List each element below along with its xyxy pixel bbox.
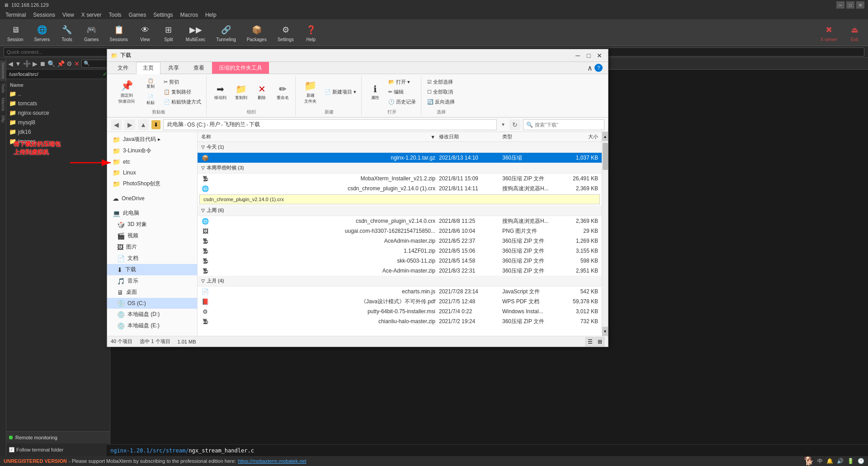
file-row-csdn1[interactable]: 🌐 csdn_chrome_plugin_v2.14.0 (1).crx 202… (198, 184, 602, 193)
toolbar-view[interactable]: 👁 View (135, 22, 155, 44)
nav-docs[interactable]: 📄 文档 (107, 253, 197, 264)
new-folder-button[interactable]: 📁 新建文件夹 (299, 78, 321, 107)
nav-photoshop[interactable]: 📁 PhotoShop创意 (107, 178, 197, 189)
refresh-button[interactable]: ↻ (509, 119, 520, 130)
menu-games[interactable]: Games (125, 11, 150, 19)
ribbon-tab-file[interactable]: 文件 (111, 62, 135, 74)
ribbon-tab-view[interactable]: 查看 (187, 62, 211, 74)
ribbon-tab-share[interactable]: 共享 (161, 62, 186, 74)
nav-etc[interactable]: 📁 etc (107, 156, 197, 167)
move-to-button[interactable]: ➡ 移动到 (210, 81, 230, 103)
ribbon-expand-icon[interactable]: ∧ (587, 64, 593, 72)
explorer-maximize-button[interactable]: □ (584, 51, 594, 61)
group-lastmonth-expand[interactable]: ▽ (201, 278, 205, 283)
toolbar-tools[interactable]: 🔧 Tools (57, 22, 77, 44)
toolbar-games[interactable]: 🎮 Games (80, 22, 102, 44)
sessions-search[interactable]: 🔍 (47, 60, 55, 67)
menu-sessions[interactable]: Sessions (29, 11, 59, 19)
toolbar-tunneling[interactable]: 🔗 Tunneling (212, 22, 240, 44)
scroll-down-button[interactable]: ▼ (602, 327, 608, 336)
toolbar-settings[interactable]: ⚙ Settings (274, 22, 297, 44)
file-row-chianliu[interactable]: 🗜 chianliu-halo-master.zip 2021/7/2 19:2… (198, 316, 602, 326)
sessions-close[interactable]: ✕ (74, 60, 80, 67)
tree-item-dotdot[interactable]: 📁 .. (6, 89, 110, 99)
sessions-nav-left[interactable]: ◀ (8, 60, 13, 67)
open-dropdown-button[interactable]: 📂 打开 ▾ (386, 77, 418, 87)
sessions-pin[interactable]: 📌 (57, 60, 65, 67)
file-row-java-pdf[interactable]: 📕 《Java设计模式》不可外传.pdf 2021/7/5 12:48 WPS … (198, 297, 602, 306)
menu-view[interactable]: View (59, 11, 78, 19)
ribbon-help-icon[interactable]: ? (594, 64, 603, 72)
macros-tab-vertical[interactable]: Macros (0, 96, 6, 113)
menu-settings[interactable]: Settings (150, 11, 176, 19)
col-header-type[interactable]: 类型 (500, 133, 564, 140)
ribbon-tab-home[interactable]: 主页 (136, 62, 160, 74)
nav-pictures[interactable]: 🖼 图片 (107, 241, 197, 253)
sessions-gear[interactable]: ⚙ (66, 60, 72, 67)
file-row-aceadmin2[interactable]: 🗜 Ace-Admin-master.zip 2021/8/3 22:31 36… (198, 266, 602, 276)
paste-button[interactable]: 📄 粘贴 (141, 92, 160, 108)
toolbar-session[interactable]: 🖥 Session (4, 22, 27, 44)
nav-linux2[interactable]: 📁 Linux (107, 167, 197, 178)
scroll-thumb[interactable] (603, 143, 608, 170)
delete-button[interactable]: ✕ 删除 (252, 81, 272, 103)
scroll-up-button[interactable]: ▲ (602, 132, 608, 141)
grid-view-button[interactable]: ⊞ (595, 337, 604, 346)
properties-button[interactable]: ℹ 属性 (365, 81, 385, 103)
maximize-button[interactable]: □ (846, 1, 854, 9)
copy-to-button[interactable]: 📁 复制到 (231, 81, 251, 103)
nav-this-pc[interactable]: 💻 此电脑 (107, 207, 197, 219)
file-row-14zf01[interactable]: 🗜 1.14ZF01.zip 2021/8/5 15:06 360压缩 ZIP … (198, 246, 602, 256)
nav-music[interactable]: 🎵 音乐 (107, 275, 197, 287)
sessions-nav-right[interactable]: ▼ (15, 60, 21, 67)
explorer-minimize-button[interactable]: ─ (573, 51, 583, 61)
nav-desktop[interactable]: 🖥 桌面 (107, 287, 197, 298)
address-path[interactable]: 此电脑 › OS (C:) › 用户 › 飞翔的兰 › 下载 (163, 119, 497, 130)
forward-button[interactable]: ▶ (124, 119, 135, 130)
file-row-nginx[interactable]: 📦 nginx-1.20.1.tar.gz 2021/8/13 14:10 36… (198, 153, 602, 163)
detail-view-button[interactable]: ☰ (585, 337, 594, 346)
col-header-date[interactable]: 修改日期 (437, 133, 500, 140)
follow-terminal-checkbox[interactable]: ✓ (9, 447, 14, 452)
file-scrollbar[interactable]: ▲ ▼ (602, 132, 608, 336)
toolbar-split[interactable]: ⊞ Split (159, 22, 179, 44)
menu-xserver[interactable]: X server (78, 11, 105, 19)
menu-terminal[interactable]: Terminal (2, 11, 29, 19)
select-all-button[interactable]: ☑ 全部选择 (425, 77, 457, 87)
nav-downloads[interactable]: ⬇ 下载 (107, 264, 197, 275)
back-button[interactable]: ◀ (111, 119, 122, 130)
nav-d-drive[interactable]: 💿 本地磁盘 (D:) (107, 309, 197, 320)
sessions-add[interactable]: ➕ (23, 60, 31, 67)
toolbar-packages[interactable]: 📦 Packages (243, 22, 270, 44)
nav-3d[interactable]: 🎲 3D 对象 (107, 219, 197, 230)
file-row-echarts[interactable]: 📄 echarts.min.js 2021/7/28 23:14 JavaScr… (198, 287, 602, 297)
nav-e-drive[interactable]: 💿 本地磁盘 (E:) (107, 320, 197, 331)
explorer-close-button[interactable]: ✕ (594, 51, 604, 61)
group-week-expand[interactable]: ▽ (201, 165, 205, 170)
edit-button[interactable]: ✏ 编辑 (386, 87, 418, 97)
file-row-skk[interactable]: 🗜 skk-0503-11.zip 2021/8/5 14:58 360压缩 Z… (198, 256, 602, 266)
minimize-button[interactable]: ─ (836, 1, 844, 9)
nav-linux[interactable]: 📁 3-Linux命令 (107, 145, 197, 156)
tree-item-tomcats[interactable]: 📁 tomcats (6, 99, 110, 108)
menu-help[interactable]: Help (202, 11, 220, 19)
up-button[interactable]: ▲ (138, 119, 149, 130)
nav-c-drive[interactable]: 💿 OS (C:) (107, 298, 197, 309)
toolbar-exit[interactable]: ⏏ Exit (844, 22, 864, 44)
nav-onedrive[interactable]: ☁ OneDrive (107, 193, 197, 204)
toolbar-multiexec[interactable]: ▶▶ MultiExec (182, 22, 209, 44)
path-input[interactable] (9, 71, 101, 77)
file-row-putty[interactable]: ⚙ putty-64bit-0.75-installer.msi 2021/7/… (198, 306, 602, 316)
close-button[interactable]: ✕ (856, 1, 864, 9)
toolbar-servers[interactable]: 🌐 Servers (31, 22, 53, 44)
address-expand-button[interactable]: ▼ (500, 122, 507, 127)
toolbar-xserver[interactable]: ✖ X server (817, 22, 841, 44)
col-header-size[interactable]: 大小 (564, 133, 600, 140)
menu-tools[interactable]: Tools (105, 11, 125, 19)
paste-shortcut-button[interactable]: 📄 粘贴快捷方式 (161, 97, 203, 107)
copy-button[interactable]: 📋 复制 (141, 76, 160, 92)
sessions-tab-vertical[interactable]: Sessions (0, 61, 6, 81)
tree-item-nginx-source[interactable]: 📁 nginx-source (6, 108, 110, 118)
group-lastweek-expand[interactable]: ▽ (201, 208, 205, 213)
tree-item-mysql8[interactable]: 📁 mysql8 (6, 118, 110, 127)
